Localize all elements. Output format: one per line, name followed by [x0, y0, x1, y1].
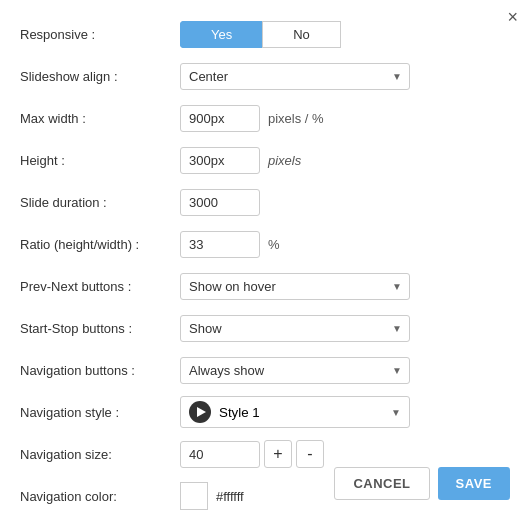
navigation-color-swatch[interactable]	[180, 482, 208, 510]
max-width-label: Max width :	[20, 111, 180, 126]
navigation-buttons-control: Always show Show on hover Hide ▼	[180, 357, 510, 384]
slideshow-align-select-wrapper: Center Left Right ▼	[180, 63, 410, 90]
start-stop-select-wrapper: Show Hide ▼	[180, 315, 410, 342]
responsive-control: Yes No	[180, 21, 510, 48]
ratio-row: Ratio (height/width) : %	[20, 228, 510, 260]
navigation-buttons-row: Navigation buttons : Always show Show on…	[20, 354, 510, 386]
navigation-color-label: Navigation color:	[20, 489, 180, 504]
height-label: Height :	[20, 153, 180, 168]
navigation-style-btn[interactable]: Style 1 ▼	[180, 396, 410, 428]
prev-next-select-wrapper: Show on hover Always show Hide ▼	[180, 273, 410, 300]
responsive-yes-btn[interactable]: Yes	[180, 21, 262, 48]
height-input[interactable]	[180, 147, 260, 174]
footer: CANCEL SAVE	[334, 467, 510, 500]
navigation-style-row: Navigation style : Style 1 ▼	[20, 396, 510, 428]
navigation-size-row: Navigation size: + -	[20, 438, 510, 470]
navigation-style-chevron-icon: ▼	[391, 407, 401, 418]
navigation-style-wrapper: Style 1 ▼	[180, 396, 410, 428]
max-width-control: pixels / %	[180, 105, 510, 132]
height-unit: pixels	[268, 153, 301, 168]
slideshow-align-control: Center Left Right ▼	[180, 63, 510, 90]
ratio-label: Ratio (height/width) :	[20, 237, 180, 252]
slideshow-align-label: Slideshow align :	[20, 69, 180, 84]
navigation-size-group: + -	[180, 440, 510, 468]
prev-next-select[interactable]: Show on hover Always show Hide	[180, 273, 410, 300]
navigation-size-plus-btn[interactable]: +	[264, 440, 292, 468]
ratio-unit: %	[268, 237, 280, 252]
prev-next-label: Prev-Next buttons :	[20, 279, 180, 294]
slideshow-align-row: Slideshow align : Center Left Right ▼	[20, 60, 510, 92]
play-triangle-icon	[197, 407, 206, 417]
cancel-button[interactable]: CANCEL	[334, 467, 429, 500]
save-button[interactable]: SAVE	[438, 467, 510, 500]
prev-next-row: Prev-Next buttons : Show on hover Always…	[20, 270, 510, 302]
slideshow-align-select[interactable]: Center Left Right	[180, 63, 410, 90]
max-width-unit: pixels / %	[268, 111, 324, 126]
start-stop-select[interactable]: Show Hide	[180, 315, 410, 342]
navigation-style-label: Navigation style :	[20, 405, 180, 420]
height-control: pixels	[180, 147, 510, 174]
ratio-input[interactable]	[180, 231, 260, 258]
prev-next-control: Show on hover Always show Hide ▼	[180, 273, 510, 300]
responsive-no-btn[interactable]: No	[262, 21, 341, 48]
navigation-buttons-select-wrapper: Always show Show on hover Hide ▼	[180, 357, 410, 384]
responsive-label: Responsive :	[20, 27, 180, 42]
nav-style-left: Style 1	[189, 401, 260, 423]
close-button[interactable]: ×	[507, 8, 518, 26]
max-width-input[interactable]	[180, 105, 260, 132]
dialog: × Responsive : Yes No Slideshow align : …	[0, 0, 530, 516]
start-stop-control: Show Hide ▼	[180, 315, 510, 342]
navigation-style-control: Style 1 ▼	[180, 396, 510, 428]
responsive-row: Responsive : Yes No	[20, 18, 510, 50]
navigation-size-minus-btn[interactable]: -	[296, 440, 324, 468]
play-icon	[189, 401, 211, 423]
navigation-style-value: Style 1	[219, 405, 260, 420]
navigation-size-control: + -	[180, 440, 510, 468]
height-row: Height : pixels	[20, 144, 510, 176]
navigation-size-label: Navigation size:	[20, 447, 180, 462]
slide-duration-row: Slide duration :	[20, 186, 510, 218]
start-stop-label: Start-Stop buttons :	[20, 321, 180, 336]
slide-duration-label: Slide duration :	[20, 195, 180, 210]
slide-duration-control	[180, 189, 510, 216]
slide-duration-input[interactable]	[180, 189, 260, 216]
ratio-control: %	[180, 231, 510, 258]
navigation-color-value: #ffffff	[216, 489, 244, 504]
navigation-buttons-select[interactable]: Always show Show on hover Hide	[180, 357, 410, 384]
navigation-size-input[interactable]	[180, 441, 260, 468]
start-stop-row: Start-Stop buttons : Show Hide ▼	[20, 312, 510, 344]
responsive-toggle: Yes No	[180, 21, 510, 48]
max-width-row: Max width : pixels / %	[20, 102, 510, 134]
navigation-buttons-label: Navigation buttons :	[20, 363, 180, 378]
